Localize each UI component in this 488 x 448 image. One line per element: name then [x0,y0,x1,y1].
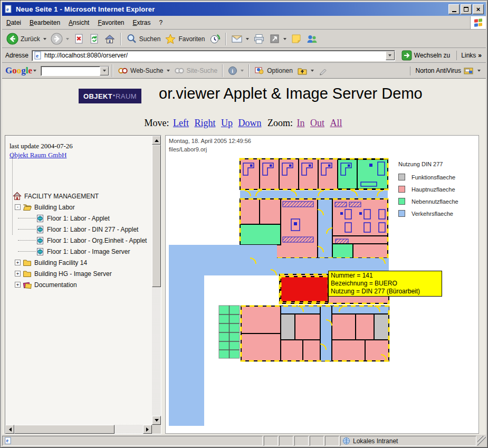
collapse-icon[interactable]: - [15,204,21,210]
status-cell [310,436,324,446]
plan-top-block[interactable] [240,159,388,189]
legend-swatch-verkehrsflaeche [398,210,405,217]
viewer-datetime: Montag, 18. April 2005 12:49:56 [169,137,251,145]
scroll-left-button[interactable] [5,425,14,434]
tree-item-floor1-image-server[interactable]: Floor 1: Labor - Image Server [11,246,147,257]
resize-grip[interactable] [477,436,486,446]
highlighter-button[interactable] [316,65,330,77]
svg-text:e: e [6,438,8,443]
links-bar[interactable]: Links » [456,51,483,60]
tree-item-building-labor[interactable]: - Building Labor [11,202,147,213]
edit-resize-button[interactable] [267,32,289,45]
move-right-link[interactable]: Right [194,118,215,128]
doc-globe-icon [36,236,44,245]
maximize-button[interactable] [461,4,472,14]
move-left-link[interactable]: Left [173,118,189,128]
zoom-all-link[interactable]: All [330,118,342,128]
go-icon [401,50,412,61]
floor-plan-pane: Montag, 18. April 2005 12:49:56 files/La… [165,135,479,434]
menu-ansicht[interactable]: Ansicht [64,17,93,28]
expand-icon[interactable]: + [15,282,21,288]
home-button[interactable] [102,32,118,46]
norton-antivirus-button[interactable]: Norton AntiVirus [410,66,483,75]
menu-extras[interactable]: Extras [129,17,155,28]
title-bar: e Neue Seite 1 - Microsoft Internet Expl… [2,2,486,16]
search-button[interactable]: Suchen [124,32,163,45]
close-button[interactable]: × [473,4,484,14]
tree-item-building-facility14[interactable]: + Building Facility 14 [11,257,147,268]
resize-icon [269,33,280,44]
address-input[interactable]: e http://localhost:8080/orserver/ [32,50,395,61]
plan-stairs-room[interactable] [219,306,240,358]
scroll-thumb[interactable] [14,425,114,434]
tree-item-floor1-applet[interactable]: Floor 1: Labor - Applet [11,213,147,224]
menu-favoriten[interactable]: Favoriten [93,17,128,28]
windows-logo-icon [474,18,482,27]
plan-legend: Nutzung DIN 277 Funktionsflaeche Hauptnu… [398,161,458,222]
discuss-button[interactable] [289,32,304,45]
menu-hilfe[interactable]: ? [155,17,167,28]
room-tooltip: Nummer = 141 Bezeichnung = BUERO Nutzung… [328,271,442,297]
menu-datei[interactable]: Datei [2,17,25,28]
facility-tree: FACILITY MANAGEMENT - Building Labor [11,190,147,290]
viewer-meta: Montag, 18. April 2005 12:49:56 files/La… [169,137,251,154]
options-button[interactable]: Optionen [252,65,295,77]
mail-button[interactable] [229,32,251,46]
google-logo[interactable]: Google [5,65,32,76]
stop-button[interactable] [71,32,87,45]
zoom-in-link[interactable]: In [296,118,304,128]
tree-item-documentation[interactable]: + Documentation [11,279,147,290]
scroll-down-button[interactable] [152,416,161,425]
tree-item-facility-management[interactable]: FACILITY MANAGEMENT [11,190,147,202]
tree-item-floor1-din277-applet[interactable]: Floor 1: Labor - DIN 277 - Applet [11,224,147,235]
move-down-link[interactable]: Down [238,118,261,128]
scroll-right-button[interactable] [143,425,152,434]
google-toolbar: Google Web-Suche Site-Suche i [2,63,486,79]
forward-button[interactable] [49,32,71,46]
messenger-icon [306,33,318,45]
plan-corridor[interactable] [240,190,388,199]
print-button[interactable] [251,32,267,46]
back-button[interactable]: Zurück [4,32,49,46]
tree-item-building-hg-image-server[interactable]: + Building HG - Image Server [11,268,147,279]
tree-vertical-scrollbar[interactable] [152,136,161,425]
print-icon [253,33,265,45]
expand-icon[interactable]: + [15,260,21,265]
site-search-button[interactable]: Site-Suche [172,65,220,77]
scroll-thumb[interactable] [152,145,161,287]
ie-app-icon: e [4,5,13,13]
tooltip-line: Nummer = 141 [331,272,439,280]
go-button[interactable]: Wechseln zu [399,50,452,61]
tooltip-line: Bezeichnung = BUERO [331,280,439,288]
move-up-link[interactable]: Up [221,118,233,128]
address-dropdown[interactable] [386,51,395,60]
page-icon: e [34,51,42,60]
tree-horizontal-scrollbar[interactable] [5,425,152,434]
home-icon [13,192,22,201]
web-search-button[interactable]: Web-Suche [116,65,171,77]
menu-bearbeiten[interactable]: Bearbeiten [25,17,64,28]
chevron-icon[interactable]: » [478,52,482,59]
selected-room[interactable] [281,277,328,302]
minimize-button[interactable] [448,4,460,14]
google-search-input[interactable] [41,66,109,76]
refresh-button[interactable] [87,32,102,45]
last-update-text: last update 2004-07-26 [9,142,73,150]
doc-globe-icon [36,214,44,223]
zoom-out-link[interactable]: Out [310,118,324,128]
plan-lower-block[interactable] [241,306,389,361]
expand-icon[interactable]: + [15,271,21,277]
vendor-link[interactable]: Objekt Raum GmbH [9,151,66,159]
favorites-button[interactable]: Favoriten [162,32,207,46]
tooltip-line: Nutzung = DIN 277 (Büroarbeit) [331,288,439,296]
navigation-pane: last update 2004-07-26 Objekt Raum GmbH … [5,135,161,434]
history-button[interactable] [207,32,223,46]
folder-up-button[interactable] [295,65,316,77]
messenger-button[interactable] [304,32,320,46]
doc-globe-icon [36,225,44,234]
scroll-up-button[interactable] [152,136,161,145]
tree-item-floor1-orgeinheit-applet[interactable]: Floor 1: Labor - Org.Einheit - Applet [11,235,147,246]
zoom-label: Zoom: [267,118,293,128]
page-info-button[interactable]: i [226,65,246,77]
google-search-dropdown[interactable] [100,66,109,75]
